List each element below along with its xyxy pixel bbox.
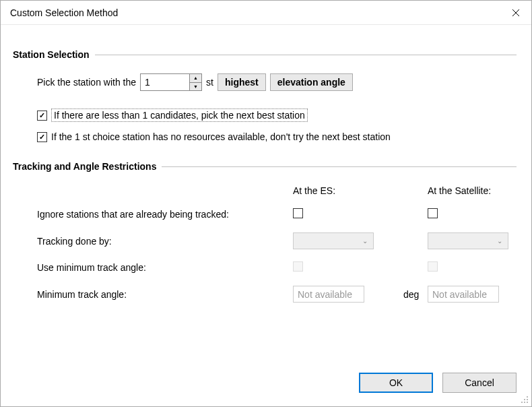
- ignore-tracked-es-checkbox[interactable]: [293, 208, 303, 218]
- cancel-button[interactable]: Cancel: [442, 373, 517, 393]
- close-button[interactable]: [500, 1, 531, 25]
- content-area: Station Selection Pick the station with …: [1, 25, 531, 303]
- tracking-done-by-sat-dropdown[interactable]: ⌄: [428, 232, 508, 249]
- elevation-angle-button[interactable]: elevation angle: [270, 73, 353, 91]
- col-es-header: At the ES:: [293, 185, 401, 196]
- ok-button[interactable]: OK: [359, 373, 433, 393]
- ordinal-spinbox[interactable]: ▲ ▼: [140, 73, 202, 91]
- titlebar: Custom Selection Method: [1, 1, 531, 25]
- chevron-down-icon: ⌄: [497, 237, 502, 245]
- tracking-grid: At the ES: At the Satellite: Ignore stat…: [37, 185, 517, 303]
- pick-prefix: Pick the station with the: [37, 77, 136, 88]
- min-angle-label: Minimum track angle:: [37, 289, 293, 300]
- no-resources-checkbox-row: If the 1 st choice station has no resour…: [37, 131, 517, 142]
- tracking-title: Tracking and Angle Restrictions: [13, 161, 156, 172]
- window-title: Custom Selection Method: [10, 7, 118, 18]
- svg-point-7: [527, 402, 528, 403]
- no-resources-checkbox[interactable]: [37, 132, 47, 142]
- ordinal-input[interactable]: [141, 74, 189, 90]
- chevron-down-icon: ⌄: [362, 237, 368, 245]
- use-min-angle-sat-checkbox: [428, 261, 438, 272]
- min-angle-es-input: [293, 286, 364, 303]
- tracking-header: Tracking and Angle Restrictions: [13, 161, 517, 172]
- divider: [162, 166, 517, 167]
- highest-button[interactable]: highest: [218, 73, 266, 91]
- deg-unit-es: deg: [401, 289, 428, 300]
- svg-point-5: [521, 402, 523, 403]
- pick-suffix: st: [206, 77, 213, 88]
- svg-point-4: [527, 399, 528, 400]
- spin-up-button[interactable]: ▲: [189, 74, 201, 83]
- ignore-tracked-label: Ignore stations that are already being t…: [37, 209, 293, 220]
- min-angle-sat-input: [428, 286, 499, 303]
- dialog-buttons: OK Cancel: [359, 373, 517, 393]
- dialog-window: Custom Selection Method Station Selectio…: [0, 0, 532, 407]
- divider: [95, 55, 517, 55]
- use-min-angle-label: Use minimum track angle:: [37, 262, 293, 273]
- fallback-checkbox[interactable]: [37, 111, 47, 121]
- svg-point-2: [527, 396, 528, 398]
- svg-point-3: [524, 399, 525, 400]
- station-selection-title: Station Selection: [13, 49, 90, 60]
- spin-down-button[interactable]: ▼: [189, 83, 201, 91]
- spin-buttons: ▲ ▼: [189, 74, 201, 90]
- col-sat-header: At the Satellite:: [428, 185, 532, 196]
- fallback-checkbox-label[interactable]: If there are less than 1 candidates, pic…: [51, 108, 308, 122]
- no-resources-checkbox-label[interactable]: If the 1 st choice station has no resour…: [51, 131, 391, 142]
- use-min-angle-es-checkbox: [293, 261, 303, 272]
- ignore-tracked-sat-checkbox[interactable]: [428, 208, 438, 218]
- tracking-done-by-label: Tracking done by:: [37, 236, 293, 247]
- svg-point-6: [524, 402, 525, 403]
- station-selection-header: Station Selection: [13, 49, 517, 60]
- resize-grip[interactable]: [521, 396, 530, 405]
- tracking-done-by-es-dropdown[interactable]: ⌄: [293, 232, 374, 249]
- close-icon: [512, 9, 520, 17]
- fallback-checkbox-row: If there are less than 1 candidates, pic…: [37, 108, 517, 122]
- ordinal-row: Pick the station with the ▲ ▼ st highest…: [37, 73, 517, 91]
